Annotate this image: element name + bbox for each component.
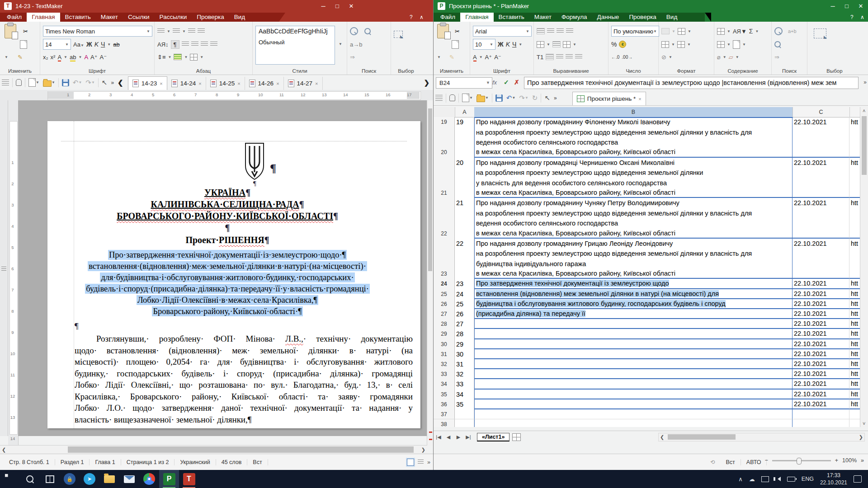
menu-Данные[interactable]: Данные: [592, 13, 624, 22]
cancel-entry-icon[interactable]: ✗: [514, 79, 519, 86]
align-justify-icon[interactable]: [575, 54, 582, 60]
undo-icon[interactable]: ↶▼: [73, 79, 82, 87]
hidden-icons-chevron[interactable]: ∧: [738, 476, 743, 483]
sheet-row[interactable]: будівництва індивідуального гаража: [434, 259, 860, 269]
action-center-icon[interactable]: [854, 475, 862, 483]
cell[interactable]: 37: [434, 409, 455, 419]
style-gallery-dropdown[interactable]: ▼: [339, 42, 342, 46]
pan-tool-icon[interactable]: [16, 79, 22, 86]
cell-style-icon[interactable]: [678, 28, 685, 35]
cell[interactable]: 22.10.2021: [793, 319, 849, 329]
cell[interactable]: htt: [849, 359, 860, 369]
document-page[interactable]: ¶ ¶ УКРАЇНА¶КАЛИНІВСЬКА·СЕЛИЩНА·РАДА¶БРО…: [47, 121, 420, 428]
sheet-row[interactable]: 282722.10.2021htt: [434, 319, 860, 329]
bullet-list-icon[interactable]: [157, 28, 165, 34]
font-size-select[interactable]: 10▼: [473, 39, 495, 50]
conditional-formatting-icon[interactable]: ⊘: [661, 54, 666, 61]
merge-cells-icon[interactable]: [563, 41, 571, 48]
prev-sheet-button[interactable]: ◀: [443, 434, 453, 440]
cell[interactable]: [849, 188, 860, 198]
next-sheet-button[interactable]: ▶: [453, 434, 463, 440]
cell[interactable]: 33: [434, 369, 455, 379]
mail-app[interactable]: [119, 470, 139, 488]
cell[interactable]: 20: [455, 158, 474, 168]
selection-highlight[interactable]: для·будівництва·і·обслуговування·житлово…: [100, 272, 354, 282]
grow-font-button[interactable]: А⁺: [485, 54, 492, 61]
goto-icon[interactable]: ⇒: [350, 54, 355, 61]
sheet-row[interactable]: 353422.10.2021htt: [434, 389, 860, 399]
cell[interactable]: [849, 137, 860, 147]
cell[interactable]: 27: [455, 319, 474, 329]
save-icon[interactable]: [495, 94, 503, 102]
cell[interactable]: [793, 137, 849, 147]
scroll-down-arrow[interactable]: ˅: [863, 421, 865, 426]
cell[interactable]: [793, 249, 849, 258]
cell[interactable]: на розроблення проекту землеустрою щодо …: [474, 127, 793, 137]
sheet-row[interactable]: 343322.10.2021htt: [434, 379, 860, 389]
cell[interactable]: [455, 228, 474, 238]
cell[interactable]: (присадибна ділянка) та передачу її: [474, 309, 793, 319]
borders-dropdown[interactable]: ▼: [200, 55, 203, 59]
goto-icon[interactable]: ⇒: [774, 54, 779, 61]
shading-icon[interactable]: [174, 54, 182, 60]
sheet-row[interactable]: 363522.10.2021htt: [434, 399, 860, 409]
cell[interactable]: htt: [849, 319, 860, 329]
align-left-icon[interactable]: [182, 42, 189, 47]
cell[interactable]: [455, 249, 474, 258]
toolbar-overflow[interactable]: »: [554, 95, 557, 101]
cell[interactable]: 32: [455, 369, 474, 379]
cell[interactable]: [434, 127, 455, 137]
sheet-row[interactable]: 1919Про надання дозволу громадянину Філо…: [434, 117, 860, 127]
sheet-row[interactable]: 2524встановлення (відновлення) меж земел…: [434, 289, 860, 299]
cell[interactable]: [849, 127, 860, 137]
cell[interactable]: 28: [434, 319, 455, 329]
cell[interactable]: [849, 259, 860, 269]
align-middle-icon[interactable]: [547, 28, 554, 34]
format-painter-icon[interactable]: ✎: [449, 54, 454, 61]
cell[interactable]: htt: [849, 389, 860, 399]
menu-Вставить[interactable]: Вставить: [494, 13, 529, 22]
help-icon[interactable]: ?: [850, 13, 854, 22]
zoom-slider-knob[interactable]: [797, 458, 802, 465]
italic-button[interactable]: K: [506, 41, 510, 48]
cell[interactable]: 22.10.2021: [793, 158, 849, 168]
shrink-font-button[interactable]: А⁻: [494, 54, 501, 61]
sheet-row[interactable]: 38: [434, 419, 860, 427]
cell-reference-box[interactable]: B24▼: [436, 77, 492, 89]
cell[interactable]: [434, 158, 455, 168]
font-color-dropdown[interactable]: ▼: [479, 55, 483, 59]
cell[interactable]: [474, 379, 793, 389]
cell[interactable]: [793, 419, 849, 427]
cell[interactable]: 22.10.2021: [793, 329, 849, 339]
cell[interactable]: [474, 409, 793, 419]
cell[interactable]: [849, 147, 860, 157]
status-overflow[interactable]: »: [427, 459, 430, 465]
menu-Файл[interactable]: Файл: [435, 13, 460, 22]
cell[interactable]: [849, 178, 860, 188]
search-icon[interactable]: [774, 27, 783, 35]
search-button[interactable]: [20, 470, 40, 488]
sheet-row[interactable]: 20Про надання дозволу громадянці Чернише…: [434, 158, 860, 168]
cell[interactable]: 34: [434, 379, 455, 389]
numbering-dropdown[interactable]: ▼: [182, 29, 186, 33]
sheet-row[interactable]: 333222.10.2021htt: [434, 369, 860, 379]
cell[interactable]: [434, 259, 455, 269]
cell[interactable]: htt: [849, 379, 860, 389]
cell[interactable]: [455, 419, 474, 427]
cell[interactable]: [474, 359, 793, 369]
align-top-icon[interactable]: [537, 28, 545, 34]
pointer-icon[interactable]: ↖: [102, 79, 108, 87]
cell[interactable]: htt: [849, 289, 860, 299]
cell[interactable]: 22.10.2021: [793, 279, 849, 289]
cell[interactable]: [434, 137, 455, 147]
toolbar-overflow[interactable]: »: [111, 80, 114, 86]
open-icon[interactable]: [43, 80, 52, 87]
clear-icon[interactable]: ⌀: [717, 54, 721, 61]
cell[interactable]: 38: [434, 419, 455, 427]
textmaker-app[interactable]: T: [179, 470, 199, 488]
cell[interactable]: 24: [434, 279, 455, 289]
menu-icon[interactable]: [2, 80, 9, 86]
cell[interactable]: 28: [455, 329, 474, 339]
cell[interactable]: 21: [434, 188, 455, 198]
scrollbar-thumb[interactable]: [668, 434, 736, 440]
